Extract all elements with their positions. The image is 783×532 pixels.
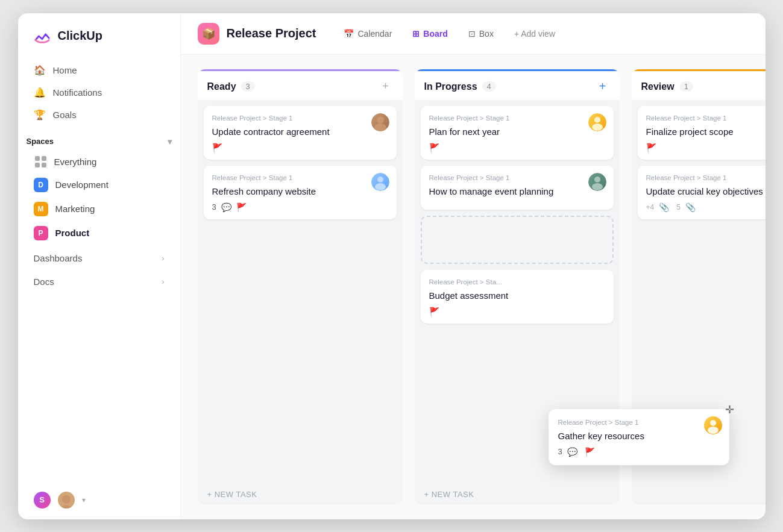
avatar-person[interactable] (57, 490, 76, 510)
flag-icon: 🚩 (429, 143, 439, 152)
card-finalize-scope[interactable]: Release Project > Stage 1 Finalize proje… (638, 106, 766, 160)
space-everything-label: Everything (54, 157, 97, 167)
space-development-label: Development (55, 180, 108, 190)
box-icon: ⊡ (468, 29, 476, 39)
card-title: Finalize project scope (646, 125, 766, 138)
space-item-everything[interactable]: Everything (25, 151, 173, 173)
svg-point-5 (592, 124, 603, 131)
new-task-label: + NEW TASK (207, 490, 257, 499)
board-wrapper: Ready 3 + Release Project > Stage 1 (181, 55, 766, 519)
spaces-section-label: Spaces ▾ (18, 128, 180, 150)
project-title: Release Project (227, 27, 316, 40)
card-meta: Release Project > Stage 1 (212, 174, 388, 181)
sidebar-item-goals[interactable]: 🏆 Goals (25, 104, 173, 126)
card-meta: Release Project > Stage 1 (646, 174, 766, 181)
clickup-logo-icon (33, 27, 52, 46)
card-update-objectives[interactable]: Release Project > Stage 1 Update crucial… (638, 166, 766, 219)
sidebar: ClickUp 🏠 Home 🔔 Notifications 🏆 Goals S… (18, 13, 181, 519)
topbar-views: 📅 Calendar ⊞ Board ⊡ Box + Add view (335, 25, 564, 43)
card-meta: Release Project > Stage 1 (429, 174, 605, 181)
card-avatar (371, 113, 389, 131)
card-title: Budget assessment (429, 289, 605, 302)
svg-point-7 (592, 183, 603, 190)
column-review-count: 1 (679, 81, 693, 92)
project-icon: 📦 (198, 23, 219, 45)
card-plan-next-year[interactable]: Release Project > Stage 1 Plan for next … (421, 106, 614, 160)
files-icon: 📎 (685, 202, 696, 212)
column-ready: Ready 3 + Release Project > Stage 1 (198, 69, 403, 505)
floating-comment-icon: 💬 (567, 447, 577, 457)
space-item-development[interactable]: D Development (25, 173, 173, 197)
floating-card-title: Gather key resources (558, 430, 720, 442)
card-footer: 🚩 (212, 143, 388, 152)
trophy-icon: 🏆 (34, 109, 46, 120)
attachment-icon: 📎 (659, 202, 669, 212)
card-avatar (588, 173, 606, 191)
sidebar-item-home[interactable]: 🏠 Home (25, 59, 173, 81)
sidebar-item-notifications[interactable]: 🔔 Notifications (25, 81, 173, 104)
column-in-progress-count: 4 (482, 81, 496, 92)
card-budget-assessment[interactable]: Release Project > Sta... Budget assessme… (421, 270, 614, 324)
topbar: 📦 Release Project 📅 Calendar ⊞ Board ⊡ B… (181, 13, 766, 55)
sidebar-item-dashboards[interactable]: Dashboards › (25, 248, 173, 269)
card-avatar (588, 113, 606, 131)
svg-point-3 (375, 183, 386, 190)
files-count-label: 5 (676, 203, 681, 211)
floating-card-footer: 3 💬 🚩 (558, 447, 720, 457)
column-ready-cards: Release Project > Stage 1 Update contrac… (198, 100, 403, 484)
view-box[interactable]: ⊡ Box (460, 25, 502, 43)
column-in-progress-add-button[interactable]: + (596, 80, 610, 94)
ready-new-task-button[interactable]: + NEW TASK (198, 484, 403, 505)
column-ready-scroll: Release Project > Stage 1 Update contrac… (198, 100, 403, 505)
space-product-dot: P (34, 226, 48, 240)
floating-card-gather-resources[interactable]: ✛ Release Project > Stage 1 Gather key r… (549, 409, 729, 465)
card-meta: Release Project > Stage 1 (646, 114, 766, 122)
comment-icon: 💬 (221, 202, 231, 212)
flag-icon: 🚩 (429, 307, 439, 316)
floating-card-meta: Release Project > Stage 1 (558, 419, 720, 426)
flag-icon: 🚩 (646, 143, 656, 152)
view-calendar[interactable]: 📅 Calendar (335, 25, 400, 43)
board-icon: ⊞ (412, 29, 420, 39)
grid-icon (35, 156, 47, 168)
card-update-contractor[interactable]: Release Project > Stage 1 Update contrac… (204, 106, 397, 160)
space-item-marketing[interactable]: M Marketing (25, 197, 173, 221)
chevron-right-icon: › (162, 277, 164, 286)
add-view-button[interactable]: + Add view (506, 25, 564, 43)
new-task-label: + NEW TASK (424, 490, 474, 499)
column-review-title: Review (641, 81, 675, 92)
svg-point-4 (594, 117, 600, 123)
sidebar-item-docs[interactable]: Docs › (25, 271, 173, 292)
in-progress-new-task-button[interactable]: + NEW TASK (415, 484, 620, 505)
app-window: ClickUp 🏠 Home 🔔 Notifications 🏆 Goals S… (18, 13, 766, 519)
sidebar-logo: ClickUp (18, 13, 180, 57)
move-icon: ✛ (725, 403, 734, 416)
view-calendar-label: Calendar (357, 29, 392, 39)
card-meta: Release Project > Stage 1 (429, 114, 605, 122)
column-ready-add-button[interactable]: + (379, 80, 393, 94)
space-development-dot: D (34, 178, 48, 192)
card-meta: Release Project > Sta... (429, 278, 605, 286)
card-placeholder (421, 216, 614, 264)
card-refresh-website[interactable]: Release Project > Stage 1 Refresh compan… (204, 166, 397, 219)
svg-point-1 (374, 124, 386, 131)
view-board[interactable]: ⊞ Board (404, 25, 456, 43)
bell-icon: 🔔 (34, 87, 46, 98)
card-title: Update contractor agreement (212, 125, 388, 138)
space-marketing-label: Marketing (55, 204, 95, 214)
chevron-down-icon: ▾ (168, 137, 172, 146)
spaces-list: Everything D Development M Marketing P P… (18, 150, 180, 246)
card-event-planning[interactable]: Release Project > Stage 1 How to manage … (421, 166, 614, 210)
column-header-ready: Ready 3 + (198, 69, 403, 100)
card-footer: 🚩 (429, 307, 605, 316)
sidebar-item-notifications-label: Notifications (53, 87, 102, 98)
column-header-in-progress: In Progress 4 + (415, 69, 620, 100)
avatar-s[interactable]: S (33, 490, 52, 510)
dropdown-arrow-icon[interactable]: ▾ (82, 496, 86, 504)
add-view-label: + Add view (514, 29, 555, 39)
space-item-product[interactable]: P Product (25, 221, 173, 245)
card-title: Update crucial key objectives (646, 185, 766, 198)
space-marketing-dot: M (34, 202, 48, 216)
dashboards-label: Dashboards (34, 253, 83, 263)
floating-comment-count: 3 (558, 447, 562, 456)
